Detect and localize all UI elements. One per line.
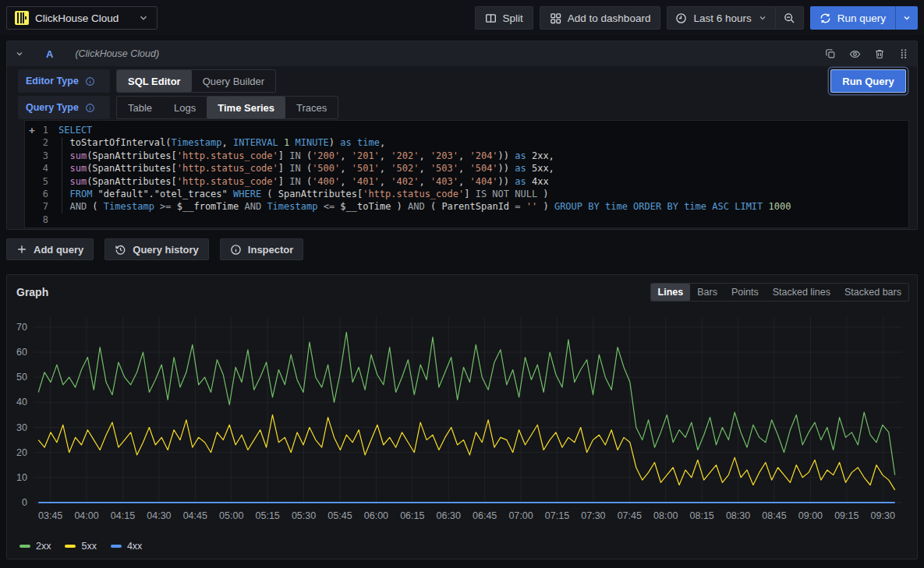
- sql-code: 1SELECT2 toStartOfInterval(Timestamp, IN…: [25, 124, 908, 226]
- info-circle-icon[interactable]: [85, 103, 95, 113]
- refresh-icon: [820, 12, 831, 24]
- chevron-down-icon: [758, 13, 767, 23]
- time-series-chart[interactable]: 01020304050607003:4504:0004:1504:3004:45…: [13, 306, 910, 529]
- info-circle-icon[interactable]: [85, 76, 95, 86]
- editor-type-label: Editor Type: [18, 69, 110, 93]
- svg-text:08:00: 08:00: [653, 510, 678, 521]
- legend-swatch-5xx: [65, 545, 76, 548]
- svg-text:06:30: 06:30: [437, 510, 461, 521]
- history-icon: [115, 244, 126, 256]
- time-range-label: Last 6 hours: [693, 12, 751, 24]
- svg-text:05:00: 05:00: [219, 510, 243, 521]
- query-type-option-traces[interactable]: Traces: [285, 97, 338, 118]
- svg-text:07:15: 07:15: [545, 510, 569, 521]
- panel-run-query-button[interactable]: Run Query: [830, 69, 906, 93]
- graph-style-bars[interactable]: Bars: [690, 284, 724, 301]
- query-datasource-hint: (ClickHouse Cloud): [75, 48, 159, 59]
- top-toolbar: ClickHouse Cloud Split Add to dashboard …: [0, 0, 924, 35]
- legend-swatch-4xx: [111, 545, 122, 548]
- svg-text:50: 50: [16, 372, 27, 383]
- legend-swatch-2xx: [19, 545, 30, 548]
- explore-toolbar: Add query Query history Inspector: [6, 238, 303, 260]
- query-type-toggle: Table Logs Time Series Traces: [116, 96, 338, 119]
- svg-text:05:30: 05:30: [292, 510, 316, 521]
- svg-text:0: 0: [22, 497, 27, 508]
- time-picker-group: Last 6 hours: [667, 6, 803, 30]
- graph-style-toggle: Lines Bars Points Stacked lines Stacked …: [650, 283, 909, 302]
- graph-style-stacked-bars[interactable]: Stacked bars: [837, 284, 908, 301]
- editor-type-toggle: SQL Editor Query Builder: [116, 69, 276, 93]
- svg-text:30: 30: [16, 422, 27, 433]
- query-history-button[interactable]: Query history: [104, 238, 209, 260]
- graph-style-lines[interactable]: Lines: [651, 284, 691, 301]
- svg-text:04:30: 04:30: [147, 510, 171, 521]
- svg-text:09:15: 09:15: [834, 510, 859, 521]
- svg-text:06:45: 06:45: [473, 510, 497, 521]
- add-query-button[interactable]: Add query: [6, 238, 94, 260]
- indent-guide: [62, 137, 62, 213]
- query-row-header[interactable]: A (ClickHouse Cloud): [7, 41, 917, 66]
- query-history-label: Query history: [133, 244, 199, 256]
- sql-editor[interactable]: + 1SELECT2 toStartOfInterval(Timestamp, …: [24, 120, 909, 228]
- datasource-name: ClickHouse Cloud: [35, 12, 132, 24]
- inspector-button[interactable]: Inspector: [220, 238, 304, 260]
- svg-text:04:00: 04:00: [74, 510, 98, 521]
- svg-text:08:15: 08:15: [690, 510, 714, 521]
- topbar-actions: Split Add to dashboard Last 6 hours: [475, 6, 918, 30]
- zoom-out-icon: [784, 12, 795, 24]
- editor-type-option-sql-editor[interactable]: SQL Editor: [117, 70, 192, 92]
- legend-label-4xx: 4xx: [127, 541, 142, 552]
- query-ref-id[interactable]: A: [46, 48, 53, 60]
- add-line-plus-icon[interactable]: +: [29, 125, 35, 136]
- drag-handle-icon[interactable]: [898, 48, 909, 60]
- plus-icon: [16, 244, 27, 255]
- duplicate-query-icon[interactable]: [825, 48, 836, 60]
- add-query-label: Add query: [34, 244, 83, 256]
- svg-text:08:45: 08:45: [762, 510, 786, 521]
- collapse-chevron-icon[interactable]: [15, 49, 24, 58]
- editor-type-option-query-builder[interactable]: Query Builder: [192, 70, 275, 92]
- hide-response-eye-icon[interactable]: [849, 48, 861, 60]
- legend-label-2xx: 2xx: [36, 541, 51, 552]
- run-query-label: Run query: [837, 12, 886, 24]
- editor-type-row: Editor Type SQL Editor Query Builder: [18, 69, 276, 93]
- legend-item-4xx[interactable]: 4xx: [111, 541, 142, 552]
- query-editor-panel: A (ClickHouse Cloud) Editor Type SQL: [6, 41, 918, 230]
- svg-text:08:30: 08:30: [726, 510, 750, 521]
- svg-text:10: 10: [16, 472, 27, 483]
- svg-text:07:00: 07:00: [508, 510, 533, 521]
- query-row-actions: [825, 48, 909, 60]
- chevron-down-icon: [138, 12, 149, 23]
- inspector-label: Inspector: [248, 244, 294, 256]
- run-query-button[interactable]: Run query: [810, 6, 895, 30]
- legend-item-5xx[interactable]: 5xx: [65, 541, 96, 552]
- svg-text:20: 20: [16, 447, 27, 458]
- svg-text:04:45: 04:45: [183, 510, 207, 521]
- clock-icon: [675, 12, 687, 24]
- legend-label-5xx: 5xx: [81, 541, 96, 552]
- graph-style-points[interactable]: Points: [724, 284, 766, 301]
- time-range-button[interactable]: Last 6 hours: [667, 7, 774, 29]
- query-type-option-logs[interactable]: Logs: [163, 97, 207, 118]
- svg-text:70: 70: [16, 322, 27, 333]
- datasource-picker[interactable]: ClickHouse Cloud: [6, 6, 158, 30]
- svg-text:60: 60: [16, 347, 27, 358]
- dashboard-grid-icon: [550, 12, 561, 24]
- query-type-option-time-series[interactable]: Time Series: [207, 97, 285, 118]
- split-button[interactable]: Split: [475, 6, 533, 30]
- svg-text:40: 40: [16, 397, 27, 407]
- zoom-out-button[interactable]: [775, 7, 803, 29]
- graph-panel: Graph Lines Bars Points Stacked lines St…: [6, 274, 918, 559]
- svg-text:07:45: 07:45: [618, 510, 642, 521]
- svg-text:05:15: 05:15: [256, 510, 280, 521]
- svg-text:07:30: 07:30: [581, 510, 605, 521]
- legend-item-2xx[interactable]: 2xx: [19, 541, 51, 552]
- delete-query-trash-icon[interactable]: [874, 48, 885, 60]
- svg-text:06:00: 06:00: [364, 510, 388, 521]
- add-to-dashboard-button[interactable]: Add to dashboard: [540, 6, 661, 30]
- split-label: Split: [503, 12, 523, 24]
- query-type-option-table[interactable]: Table: [117, 97, 163, 118]
- graph-style-stacked-lines[interactable]: Stacked lines: [766, 284, 837, 301]
- graph-legend: 2xx5xx4xx: [19, 541, 142, 552]
- run-query-dropdown[interactable]: [895, 6, 918, 30]
